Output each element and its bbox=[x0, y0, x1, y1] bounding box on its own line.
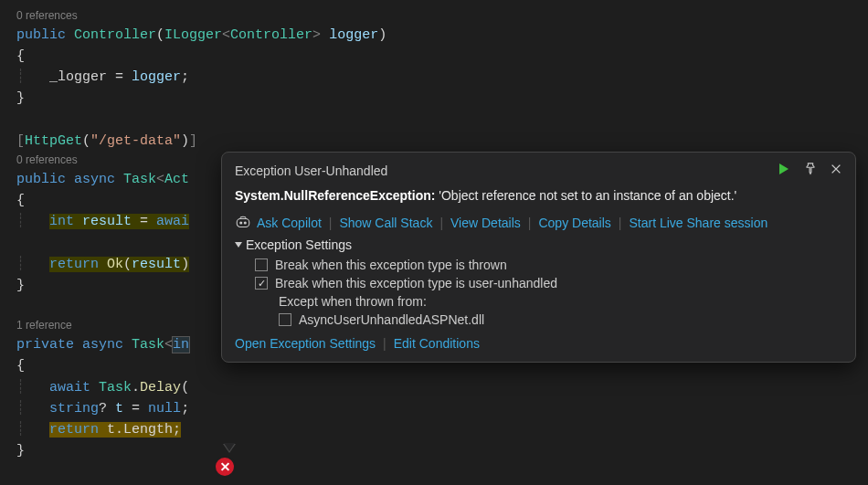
exception-settings-header[interactable]: Exception Settings bbox=[235, 237, 842, 252]
exception-helper-popup: Exception User-Unhandled System.NullRefe… bbox=[221, 152, 856, 363]
copilot-icon bbox=[235, 216, 251, 230]
popup-title: Exception User-Unhandled bbox=[235, 163, 387, 178]
code-line[interactable]: ┊ _logger = logger; bbox=[16, 67, 868, 88]
code-line[interactable]: [HttpGet("/get-data")] bbox=[16, 131, 868, 152]
close-icon[interactable] bbox=[830, 163, 842, 178]
copy-details-link[interactable]: Copy Details bbox=[538, 216, 610, 230]
checkbox-label: Break when this exception type is thrown bbox=[275, 258, 507, 272]
ask-copilot-link[interactable]: Ask Copilot bbox=[257, 216, 322, 230]
checkbox-unchecked[interactable] bbox=[255, 258, 268, 271]
show-call-stack-link[interactable]: Show Call Stack bbox=[339, 216, 432, 230]
pin-icon[interactable] bbox=[804, 163, 817, 178]
code-line[interactable]: ┊ string? t = null; bbox=[16, 398, 868, 419]
except-module-row[interactable]: AsyncUserUnhandledASPNet.dll bbox=[279, 311, 842, 329]
chevron-down-icon bbox=[235, 242, 242, 248]
error-icon[interactable] bbox=[216, 458, 234, 476]
svg-rect-0 bbox=[237, 219, 249, 227]
action-links: Ask Copilot | Show Call Stack | View Det… bbox=[235, 216, 842, 230]
code-line[interactable]: public Controller(ILogger<Controller> lo… bbox=[16, 25, 868, 46]
continue-icon[interactable] bbox=[777, 162, 791, 179]
code-line[interactable]: } bbox=[16, 88, 868, 109]
svg-point-1 bbox=[240, 222, 242, 224]
except-when-thrown-label: Except when thrown from: bbox=[279, 292, 842, 311]
code-line[interactable]: ┊ return t.Length; bbox=[16, 419, 868, 440]
codelens[interactable]: 0 references bbox=[16, 7, 868, 25]
break-when-user-unhandled-row[interactable]: ✓ Break when this exception type is user… bbox=[255, 274, 842, 292]
view-details-link[interactable]: View Details bbox=[450, 216, 521, 230]
start-live-share-link[interactable]: Start Live Share session bbox=[629, 216, 767, 230]
code-line[interactable]: ┊ await Task.Delay( bbox=[16, 377, 868, 398]
exception-message: System.NullReferenceException: 'Object r… bbox=[235, 188, 842, 203]
svg-point-2 bbox=[244, 222, 246, 224]
checkbox-checked[interactable]: ✓ bbox=[255, 277, 268, 290]
code-line[interactable]: } bbox=[16, 440, 868, 461]
open-exception-settings-link[interactable]: Open Exception Settings bbox=[235, 336, 376, 351]
code-line[interactable]: { bbox=[16, 46, 868, 67]
checkbox-unchecked[interactable] bbox=[279, 313, 291, 326]
break-when-thrown-row[interactable]: Break when this exception type is thrown bbox=[255, 256, 842, 274]
checkbox-label: Break when this exception type is user-u… bbox=[275, 276, 557, 290]
checkbox-label: AsyncUserUnhandledASPNet.dll bbox=[299, 312, 484, 327]
edit-conditions-link[interactable]: Edit Conditions bbox=[394, 336, 480, 351]
